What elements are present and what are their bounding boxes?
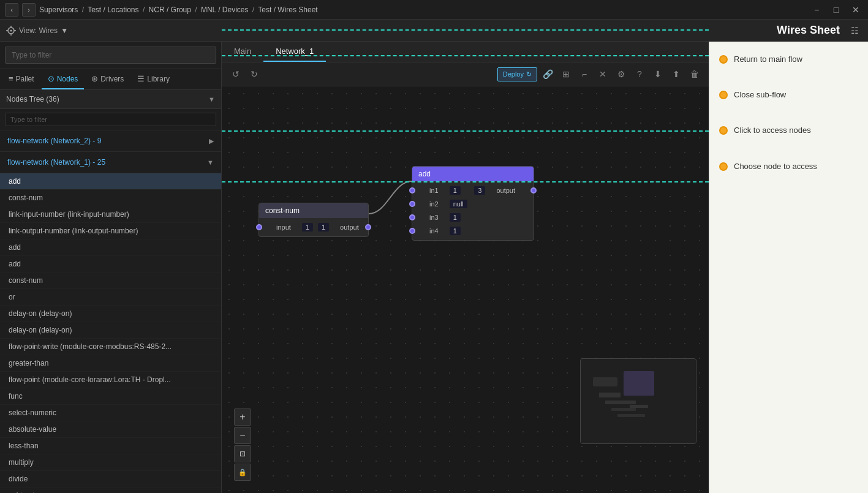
annotation-dot-1 <box>719 55 728 64</box>
link-button[interactable]: 🔗 <box>540 66 556 82</box>
settings-button[interactable]: ⚙ <box>613 66 629 82</box>
list-item[interactable]: add <box>0 256 221 273</box>
list-item[interactable]: less-than <box>0 438 221 454</box>
download-button[interactable]: ⬇ <box>650 66 666 82</box>
list-item[interactable]: delay-on (delay-on) <box>0 322 221 339</box>
const-num-header: const-num <box>259 203 368 218</box>
tab-main[interactable]: Main <box>222 42 263 62</box>
zoom-out-button[interactable]: − <box>234 427 251 444</box>
deploy-label: Deploy <box>503 70 524 78</box>
canvas-toolbar-right: Deploy ↻ 🔗 ⊞ ⌐ ✕ ⚙ ? ⬇ ⬆ 🗑 <box>497 66 703 82</box>
help-button[interactable]: ? <box>632 66 647 82</box>
undo-button[interactable]: ↺ <box>228 66 244 82</box>
nodes-tree-chevron-icon: ▼ <box>208 96 215 103</box>
in2-value: null <box>450 200 467 208</box>
deploy-button[interactable]: Deploy ↻ <box>497 67 537 81</box>
list-item[interactable]: select-numeric <box>0 405 221 421</box>
view-selector[interactable]: View: Wires ▼ <box>6 26 68 36</box>
output-port-dot <box>530 187 537 194</box>
in2-port-dot <box>409 201 415 207</box>
in4-label: in4 <box>421 227 447 235</box>
tree-section-network1: flow-network (Network_1) - 25 ▼ <box>0 152 221 173</box>
titlebar-controls: − □ ✕ <box>809 2 863 17</box>
view-chevron-icon: ▼ <box>61 26 68 35</box>
list-item[interactable]: absolute-value <box>0 421 221 438</box>
close-button[interactable]: ✕ <box>848 2 863 17</box>
list-item[interactable]: or <box>0 289 221 306</box>
list-item[interactable]: multiply <box>0 454 221 471</box>
canvas-node-const-num[interactable]: const-num input 1 1 output <box>259 203 369 237</box>
drivers-label: Drivers <box>100 75 124 83</box>
add-port-in4: in4 1 <box>412 224 534 238</box>
back-button[interactable]: ‹ <box>5 3 18 17</box>
list-item[interactable]: const-num <box>0 190 221 206</box>
list-item[interactable]: func <box>0 388 221 405</box>
trash-button[interactable]: 🗑 <box>687 66 703 82</box>
list-item[interactable]: divide <box>0 471 221 487</box>
annotation-dot-2 <box>719 91 728 99</box>
cut-button[interactable]: ⌐ <box>576 66 592 82</box>
sidebar-tab-nodes[interactable]: ⊙ Nodes <box>42 69 85 89</box>
list-item[interactable]: subtract <box>0 487 221 493</box>
const-num-body: input 1 1 output <box>259 218 368 236</box>
sidebar-tab-drivers[interactable]: ⊛ Drivers <box>85 69 130 89</box>
canvas-node-add[interactable]: add in1 1 3 output in2 null <box>412 166 534 241</box>
close-canvas-button[interactable]: ✕ <box>595 66 611 82</box>
upload-button[interactable]: ⬆ <box>668 66 684 82</box>
sidebar-tab-library[interactable]: ☰ Library <box>131 69 176 89</box>
list-item[interactable]: flow-point-write (module-core-modbus:RS-… <box>0 339 221 355</box>
wire-canvas[interactable]: const-num input 1 1 output add <box>222 86 709 493</box>
in1-port-dot <box>409 187 415 194</box>
main-layout: ≡ Pallet ⊙ Nodes ⊛ Drivers ☰ Library Nod… <box>0 42 868 493</box>
grid-button[interactable]: ☷ <box>847 23 862 38</box>
forward-button[interactable]: › <box>22 3 36 17</box>
network2-arrow-icon: ▶ <box>209 137 214 145</box>
page-title: Wires Sheet <box>777 24 840 37</box>
tree-item-network1[interactable]: flow-network (Network_1) - 25 ▼ <box>0 154 221 170</box>
list-item[interactable]: greater-than <box>0 355 221 372</box>
titlebar: ‹ › Supervisors / Test / Locations / NCR… <box>0 0 868 20</box>
minimize-button[interactable]: − <box>809 2 824 17</box>
zoom-fit-button[interactable]: ⊡ <box>234 445 251 462</box>
canvas-toolbar-left: ↺ ↻ <box>228 66 262 82</box>
list-item[interactable]: add <box>0 173 221 190</box>
annotation-text-1: Return to main flow <box>734 54 802 65</box>
maximize-button[interactable]: □ <box>829 2 843 17</box>
in1-value: 1 <box>450 186 461 195</box>
input-port-dot <box>256 224 262 230</box>
minimap-inner <box>581 359 696 443</box>
pallet-icon: ≡ <box>9 74 13 83</box>
list-item[interactable]: const-num <box>0 273 221 289</box>
sidebar-search-area <box>0 42 221 69</box>
nodes-icon: ⊙ <box>48 74 55 83</box>
redo-button[interactable]: ↻ <box>246 66 262 82</box>
zoom-lock-button[interactable]: 🔒 <box>234 464 251 481</box>
add-port-in3: in3 1 <box>412 211 534 224</box>
list-item[interactable]: add <box>0 239 221 256</box>
annotation-1: Return to main flow <box>719 54 858 65</box>
annotation-4: Choose node to access <box>719 161 858 172</box>
network1-label: flow-network (Network_1) - 25 <box>7 158 105 167</box>
output-label: output <box>488 187 524 194</box>
annotation-2: Close sub-flow <box>719 89 858 100</box>
nodes-filter-input[interactable] <box>5 113 216 126</box>
nodes-filter-area <box>0 109 221 130</box>
layout-button[interactable]: ⊞ <box>558 66 574 82</box>
node-list: add const-num link-input-number (link-in… <box>0 173 221 493</box>
pallet-label: Pallet <box>16 75 34 83</box>
tree-section-network2: flow-network (Network_2) - 9 ▶ <box>0 130 221 152</box>
sidebar-tab-pallet[interactable]: ≡ Pallet <box>2 69 40 89</box>
headerbar: View: Wires ▼ Wires Sheet ☷ <box>0 20 868 42</box>
tree-item-network2[interactable]: flow-network (Network_2) - 9 ▶ <box>0 133 221 149</box>
list-item[interactable]: delay-on (delay-on) <box>0 306 221 322</box>
tab-network1[interactable]: Network_1 <box>263 42 326 62</box>
annotation-dot-4 <box>719 162 728 171</box>
zoom-in-button[interactable]: + <box>234 408 251 426</box>
sidebar-search-input[interactable] <box>5 47 216 64</box>
deploy-refresh-icon: ↻ <box>526 70 532 78</box>
list-item[interactable]: link-output-number (link-output-number) <box>0 223 221 239</box>
network2-label: flow-network (Network_2) - 9 <box>7 137 101 145</box>
list-item[interactable]: link-input-number (link-input-number) <box>0 206 221 223</box>
list-item[interactable]: flow-point (module-core-loraraw:Lora:TH … <box>0 372 221 388</box>
nodes-tree-header[interactable]: Nodes Tree (36) ▼ <box>0 90 221 109</box>
